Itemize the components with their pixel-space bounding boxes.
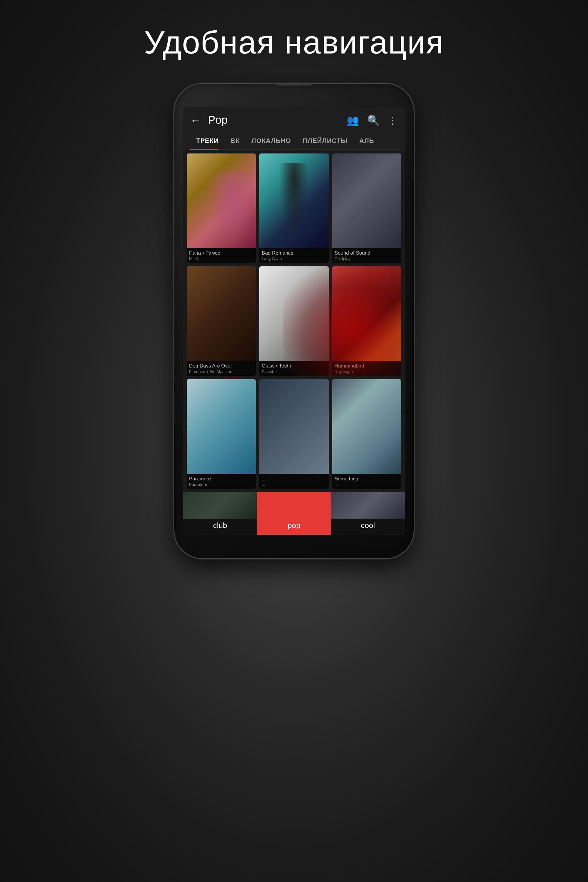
bottom-tab-club[interactable]: club	[183, 492, 257, 535]
contacts-icon[interactable]: 👥	[346, 114, 359, 126]
power-button	[414, 190, 414, 222]
album-art	[187, 153, 256, 248]
more-icon[interactable]: ⋮	[388, 114, 398, 126]
club-tab-label: club	[213, 521, 227, 530]
list-item[interactable]: Glass • Teeth Placebo	[259, 266, 328, 376]
album-title: Something	[334, 476, 399, 482]
album-info: Bad Romance Lady Gaga	[259, 248, 328, 263]
bottom-tab-bar: club pop cool	[183, 492, 405, 535]
album-info: Something ...	[332, 474, 401, 489]
search-icon[interactable]: 🔍	[367, 114, 380, 126]
album-artist: M.I.A.	[189, 256, 254, 261]
album-title: Sound of Sound	[334, 250, 399, 256]
album-info: Sound of Sound Coldplay	[332, 248, 401, 263]
tab-vk[interactable]: ВК	[225, 132, 246, 149]
album-artist: Lady Gaga	[262, 256, 326, 261]
back-button[interactable]: ←	[190, 114, 201, 126]
cool-tab-label: cool	[361, 521, 375, 530]
bottom-tab-pop[interactable]: pop	[257, 492, 331, 535]
app-bar: ← Pop 👥 🔍 ⋮ ТРЕКИ ВК ЛОКАЛЬНО ПЛЕЙЛИСТЫ …	[183, 107, 405, 150]
phone-screen: ← Pop 👥 🔍 ⋮ ТРЕКИ ВК ЛОКАЛЬНО ПЛЕЙЛИСТЫ …	[183, 107, 405, 535]
album-title: Hummingbird	[334, 363, 399, 369]
list-item[interactable]: ... ...	[259, 379, 328, 489]
album-artist: Florence + the Machine	[189, 369, 254, 374]
album-title: Paramore	[189, 476, 254, 482]
album-art	[332, 379, 401, 474]
album-artist: Coldplay	[334, 256, 399, 261]
album-artist: Paramore	[189, 482, 254, 487]
album-artist: ...	[262, 482, 326, 487]
album-info: Dog Days Are Over Florence + the Machine	[187, 361, 256, 376]
album-art	[187, 266, 256, 361]
album-artist: Röyksopp	[334, 369, 399, 374]
tab-playlists[interactable]: ПЛЕЙЛИСТЫ	[297, 132, 353, 149]
album-title: Bad Romance	[262, 250, 326, 256]
album-info: ... ...	[259, 474, 328, 489]
vol-down-button	[174, 207, 174, 231]
album-art	[259, 379, 328, 474]
music-grid: Папа • Рамос M.I.A. Bad Romance Lady Gag…	[183, 150, 405, 492]
tab-albums[interactable]: АЛЬ	[353, 132, 380, 149]
album-artist: Placebo	[262, 369, 326, 374]
screen-title: Pop	[208, 114, 346, 126]
pop-tab-label: pop	[288, 521, 300, 530]
phone-mockup: ← Pop 👥 🔍 ⋮ ТРЕКИ ВК ЛОКАЛЬНО ПЛЕЙЛИСТЫ …	[168, 78, 420, 564]
tab-tracks[interactable]: ТРЕКИ	[190, 132, 225, 149]
grid-row-2: Dog Days Are Over Florence + the Machine…	[187, 266, 401, 376]
album-info: Paramore Paramore	[187, 474, 256, 489]
album-art	[259, 153, 328, 248]
app-bar-actions: 👥 🔍 ⋮	[346, 114, 398, 126]
list-item[interactable]: Папа • Рамос M.I.A.	[187, 153, 256, 263]
club-tab-bg	[183, 492, 257, 519]
vol-up-button	[174, 178, 174, 201]
album-info: Glass • Teeth Placebo	[259, 361, 328, 376]
bottom-tab-cool[interactable]: cool	[331, 492, 405, 535]
album-art	[187, 379, 256, 474]
phone-body: ← Pop 👥 🔍 ⋮ ТРЕКИ ВК ЛОКАЛЬНО ПЛЕЙЛИСТЫ …	[174, 83, 414, 559]
list-item[interactable]: Hummingbird Röyksopp	[332, 266, 401, 376]
grid-row-1: Папа • Рамос M.I.A. Bad Romance Lady Gag…	[187, 153, 401, 263]
tab-bar: ТРЕКИ ВК ЛОКАЛЬНО ПЛЕЙЛИСТЫ АЛЬ	[190, 132, 398, 150]
list-item[interactable]: Sound of Sound Coldplay	[332, 153, 401, 263]
album-info: Папа • Рамос M.I.A.	[187, 248, 256, 263]
page-title: Удобная навигация	[144, 24, 444, 61]
album-title: Папа • Рамос	[189, 250, 254, 256]
list-item[interactable]: Something ...	[332, 379, 401, 489]
album-artist: ...	[334, 482, 399, 487]
grid-row-3: Paramore Paramore ... ...	[187, 379, 401, 489]
album-info: Hummingbird Röyksopp	[332, 361, 401, 376]
album-art	[332, 266, 401, 361]
album-title: ...	[262, 476, 326, 482]
list-item[interactable]: Bad Romance Lady Gaga	[259, 153, 328, 263]
album-title: Dog Days Are Over	[189, 363, 254, 369]
cool-tab-bg	[331, 492, 405, 519]
album-title: Glass • Teeth	[262, 363, 326, 369]
album-art	[259, 266, 328, 361]
tab-local[interactable]: ЛОКАЛЬНО	[246, 132, 297, 149]
list-item[interactable]: Paramore Paramore	[187, 379, 256, 489]
list-item[interactable]: Dog Days Are Over Florence + the Machine	[187, 266, 256, 376]
album-art	[332, 153, 401, 248]
